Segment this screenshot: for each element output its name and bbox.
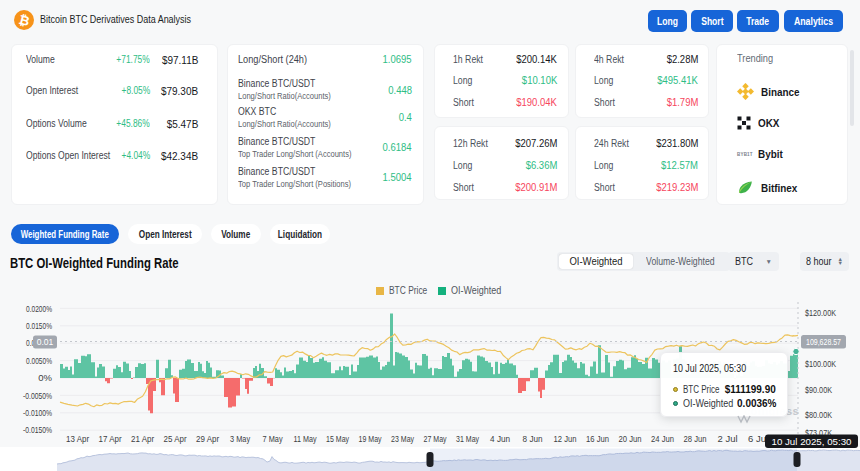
svg-text:7 May: 7 May [263,434,283,444]
svg-text:0%: 0% [38,372,52,383]
svg-text:0.0150%: 0.0150% [26,320,52,331]
svg-text:$90.00K: $90.00K [805,384,832,395]
svg-text:12 Jun: 12 Jun [554,434,577,444]
svg-text:28 Jun: 28 Jun [684,434,707,444]
svg-text:2 Jul: 2 Jul [718,434,738,444]
svg-text:15 May: 15 May [326,434,349,444]
svg-text:10 Jul 2025, 05:30: 10 Jul 2025, 05:30 [772,436,852,447]
svg-text:27 May: 27 May [424,434,447,444]
svg-text:0.01: 0.01 [37,337,54,347]
svg-text:0.0050%: 0.0050% [26,355,52,366]
svg-text:20 Jun: 20 Jun [619,434,642,444]
svg-text:$120.00K: $120.00K [805,307,836,318]
svg-text:11 May: 11 May [294,434,317,444]
svg-text:19 May: 19 May [359,434,382,444]
svg-text:0.0200%: 0.0200% [26,303,52,314]
svg-text:17 Apr: 17 Apr [99,434,122,444]
svg-text:4 Jun: 4 Jun [490,434,510,444]
svg-text:13 Apr: 13 Apr [66,434,89,444]
svg-text:$80.00K: $80.00K [805,409,832,420]
svg-text:109,628.57: 109,628.57 [806,337,841,347]
svg-text:$100.00K: $100.00K [805,358,836,369]
svg-text:-0.0100%: -0.0100% [23,407,52,418]
svg-text:8 Jun: 8 Jun [523,434,543,444]
svg-text:23 May: 23 May [391,434,414,444]
svg-text:31 May: 31 May [456,434,479,444]
svg-text:-0.0050%: -0.0050% [23,390,52,401]
svg-text:29 Apr: 29 Apr [196,434,219,444]
svg-text:-0.0150%: -0.0150% [23,424,52,435]
svg-text:24 Jun: 24 Jun [651,434,674,444]
svg-text:3 May: 3 May [230,434,250,444]
svg-text:21 Apr: 21 Apr [131,434,154,444]
svg-text:16 Jun: 16 Jun [586,434,609,444]
svg-text:25 Apr: 25 Apr [164,434,187,444]
